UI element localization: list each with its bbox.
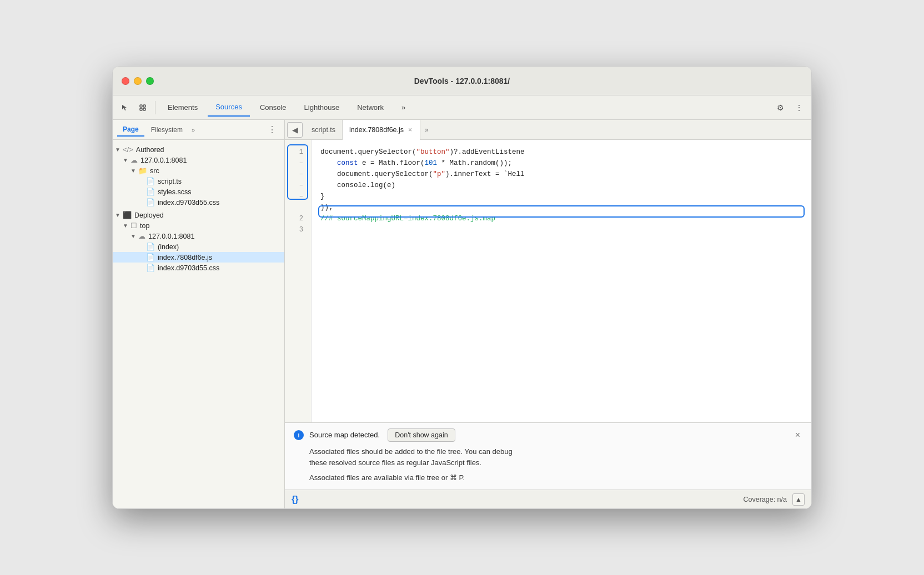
tree-script-ts[interactable]: 📄 script.ts <box>113 176 284 186</box>
notif-line3: Associated files are available via file … <box>309 472 802 484</box>
right-panel: ◀ script.ts index.7808df6e.js × » 1 – <box>285 120 811 508</box>
code-line-6: //# sourceMappingURL=index.7808df6e.js.m… <box>320 213 802 224</box>
tab-network[interactable]: Network <box>349 99 391 117</box>
tree-top[interactable]: ▼ ☐ top <box>113 220 284 231</box>
tree-index[interactable]: 📄 (index) <box>113 241 284 252</box>
line-num-2: 2 <box>285 213 307 224</box>
scroll-up-button[interactable]: ▲ <box>792 493 805 506</box>
tree-cloud2[interactable]: ▼ ☁ 127.0.0.1:8081 <box>113 231 284 241</box>
tab-script-ts[interactable]: script.ts <box>305 120 343 140</box>
line-num-3: 3 <box>285 224 307 235</box>
tab-filesystem[interactable]: Filesystem <box>145 124 188 136</box>
code-line-5: } <box>320 191 802 202</box>
sidebar-toggle-button[interactable]: ◀ <box>287 122 303 138</box>
notif-body: Associated files should be added to the … <box>294 446 802 484</box>
info-icon: i <box>294 430 304 440</box>
tab-more[interactable]: » <box>394 99 413 117</box>
tab-more-button[interactable]: » <box>420 126 433 134</box>
code-area: 1 – – – – 2 3 document.querySelector("bu… <box>285 140 811 422</box>
settings-icon[interactable]: ⚙ <box>772 100 788 115</box>
notif-header: i Source map detected. Don't show again … <box>294 428 802 442</box>
toolbar: Elements Sources Console Lighthouse Netw… <box>113 95 811 120</box>
toolbar-divider-1 <box>155 101 155 114</box>
svg-rect-1 <box>143 105 145 107</box>
tab-page[interactable]: Page <box>117 123 144 137</box>
close-tab-button[interactable]: × <box>407 125 413 134</box>
maximize-button[interactable] <box>146 77 154 85</box>
code-line-blank: )); <box>320 202 802 213</box>
bottom-bar: {} Coverage: n/a ▲ <box>285 490 811 508</box>
panel-menu-icon[interactable]: ⋮ <box>264 123 280 136</box>
tab-sources[interactable]: Sources <box>208 99 250 117</box>
tree-index-css2[interactable]: 📄 index.d9703d55.css <box>113 263 284 273</box>
notif-close-button[interactable]: × <box>793 430 802 440</box>
dont-show-again-button[interactable]: Don't show again <box>388 428 455 442</box>
notif-line1: Associated files should be added to the … <box>309 446 802 458</box>
code-line-2: const e = Math.floor(101 * Math.random()… <box>320 158 802 169</box>
line-num-dash4: – <box>285 191 307 202</box>
tree-cloud1[interactable]: ▼ ☁ 127.0.0.1:8081 <box>113 155 284 165</box>
inspect-icon[interactable] <box>135 100 150 115</box>
braces-icon: {} <box>292 495 298 505</box>
tree-src[interactable]: ▼ 📁 src <box>113 165 284 176</box>
svg-rect-3 <box>143 108 145 110</box>
tree-index-css1[interactable]: 📄 index.d9703d55.css <box>113 197 284 208</box>
tab-index-js[interactable]: index.7808df6e.js × <box>343 120 420 140</box>
svg-rect-2 <box>140 108 142 110</box>
line-num-dash2: – <box>285 169 307 180</box>
menu-icon[interactable]: ⋮ <box>791 100 807 115</box>
tree-authored[interactable]: ▼ </> Authored <box>113 144 284 155</box>
minimize-button[interactable] <box>134 77 142 85</box>
code-line-4: console.log(e) <box>320 180 802 191</box>
pretty-print-button[interactable]: {} <box>292 495 298 505</box>
panel-tabs: Page Filesystem » ⋮ <box>113 120 284 140</box>
tab-console[interactable]: Console <box>252 99 294 117</box>
tab-lighthouse[interactable]: Lighthouse <box>297 99 348 117</box>
line-num-dash3: – <box>285 180 307 191</box>
code-line-1: document.querySelector("button")?.addEve… <box>320 147 802 158</box>
editor-tabs: ◀ script.ts index.7808df6e.js × » <box>285 120 811 140</box>
svg-rect-0 <box>140 105 142 107</box>
devtools-window: DevTools - 127.0.0.1:8081/ Elements Sour… <box>112 66 812 509</box>
tree-styles-scss[interactable]: 📄 styles.scss <box>113 186 284 197</box>
toolbar-right: ⚙ ⋮ <box>772 100 807 115</box>
coverage-label: Coverage: n/a <box>743 496 787 503</box>
line-num-1: 1 <box>285 147 307 158</box>
window-title: DevTools - 127.0.0.1:8081/ <box>414 77 510 85</box>
tree-index-js[interactable]: 📄 index.7808df6e.js <box>113 252 284 263</box>
notification-bar: i Source map detected. Don't show again … <box>285 422 811 490</box>
line-num-blank <box>285 202 307 213</box>
line-num-dash1: – <box>285 158 307 169</box>
notif-line2: these resolved source files as regular J… <box>309 457 802 469</box>
tree-deployed[interactable]: ▼ ⬛ Deployed <box>113 210 284 220</box>
left-panel: Page Filesystem » ⋮ ▼ </> Authored <box>113 120 285 508</box>
tab-elements[interactable]: Elements <box>160 99 205 117</box>
main-content: Page Filesystem » ⋮ ▼ </> Authored <box>113 120 811 508</box>
line-numbers: 1 – – – – 2 3 <box>285 140 312 422</box>
code-line-7 <box>320 224 802 235</box>
file-tree: ▼ </> Authored ▼ ☁ 127.0.0.1:8081 ▼ 📁 sr… <box>113 140 284 508</box>
titlebar: DevTools - 127.0.0.1:8081/ <box>113 67 811 95</box>
panel-tab-more[interactable]: » <box>189 125 197 134</box>
notif-title: Source map detected. <box>309 431 380 439</box>
close-button[interactable] <box>122 77 129 85</box>
bottom-bar-right: Coverage: n/a ▲ <box>743 493 805 506</box>
code-content[interactable]: document.querySelector("button")?.addEve… <box>312 140 811 422</box>
cursor-icon[interactable] <box>117 100 133 115</box>
traffic-lights <box>122 77 154 85</box>
code-line-3: document.querySelector("p").innerText = … <box>320 169 802 180</box>
